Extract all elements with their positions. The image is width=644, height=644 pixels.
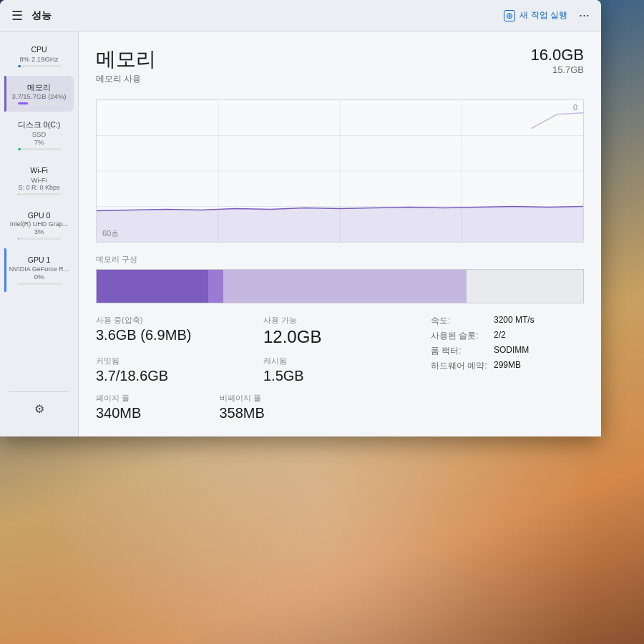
sidebar-item-wifi[interactable]: Wi-Fi Wi-Fi S: 0 R: 0 Kbps (4, 159, 74, 203)
graph-max-label: 0 (573, 103, 577, 112)
sidebar-item-cpu[interactable]: CPU 8% 2.19GHz (4, 38, 74, 74)
more-options-button[interactable]: ··· (579, 8, 590, 23)
mem-composition-section: 메모리 구성 (96, 254, 584, 303)
perf-subtitle: 메모리 사용 (96, 73, 156, 85)
stats-form-row: 폼 팩터: SODIMM (431, 345, 584, 357)
sidebar-wifi-speed: S: 0 R: 0 Kbps (18, 184, 59, 191)
sidebar-cpu-bar (18, 65, 61, 67)
sidebar-gpu1-label: GPU 1 (28, 255, 51, 265)
graph-time-label: 60초 (102, 228, 119, 239)
sidebar-item-gpu1[interactable]: GPU 1 NVIDIA GeForce R... 0% (4, 248, 74, 292)
stat-nonpaged-label: 비페이지 풀 (220, 393, 338, 404)
stat-cached-label: 캐시됨 (263, 356, 416, 366)
sidebar-item-gpu0[interactable]: GPU 0 Intel(R) UHD Grap... 3% (4, 204, 74, 248)
stats-speed-row: 속도: 3200 MT/s (431, 315, 584, 327)
sidebar-item-disk[interactable]: 디스크 0(C:) SSD 7% (4, 113, 74, 157)
stat-available-value: 12.0GB (263, 327, 416, 347)
memory-graph-svg (97, 100, 583, 242)
stats-hwreserve-row: 하드웨어 예약: 299MB (431, 360, 584, 372)
stat-paged-pool: 페이지 풀 340MB (96, 393, 214, 421)
sidebar-wifi-bar (18, 193, 61, 195)
new-task-icon: ⊕ (504, 10, 515, 21)
stat-committed: 커밋됨 3.7/18.6GB (96, 356, 249, 384)
new-task-button[interactable]: ⊕ 새 작업 실행 (504, 9, 567, 21)
sidebar-disk-sublabel: SSD (32, 130, 47, 138)
sidebar-disk-pct: 7% (34, 138, 44, 146)
titlebar: ☰ 성능 ⊕ 새 작업 실행 ··· (0, 0, 601, 31)
perf-total-mem-block: 16.0GB 15.7GB (530, 46, 584, 75)
sidebar-memory-label: 메모리 (27, 83, 51, 93)
sidebar-bottom: ⚙ (0, 383, 78, 431)
perf-total-sub: 15.7GB (530, 64, 584, 75)
stats-slots-val: 2/2 (494, 330, 506, 342)
stats-right: 속도: 3200 MT/s 사용된 슬롯: 2/2 폼 팩터: SODIMM 하… (431, 315, 584, 384)
memory-graph: 60초 0 (96, 99, 584, 243)
sidebar-memory-sublabel: 3.7/15.7GB (24%) (11, 92, 66, 100)
stat-in-use-label: 사용 중(압축) (96, 315, 249, 326)
sidebar-cpu-bar-fill (18, 65, 21, 67)
stats-grid: 사용 중(압축) 3.6GB (6.9MB) 사용 가능 12.0GB 속도: … (96, 315, 584, 384)
perf-panel: 메모리 메모리 사용 16.0GB 15.7GB (79, 31, 601, 436)
mem-seg-free (467, 270, 583, 303)
stat-paged-value: 340MB (96, 405, 214, 421)
taskmanager-window: ☰ 성능 ⊕ 새 작업 실행 ··· CPU 8% 2.19GHz (0, 0, 601, 436)
mem-seg-standby (223, 270, 467, 303)
sidebar-gpu0-bar-fill (18, 238, 19, 240)
perf-title-block: 메모리 메모리 사용 (96, 46, 156, 97)
mem-seg-modified (208, 270, 223, 303)
perf-header: 메모리 메모리 사용 16.0GB 15.7GB (96, 46, 584, 97)
stats-slots-key: 사용된 슬롯: (431, 330, 488, 342)
stats-speed-val: 3200 MT/s (494, 315, 535, 327)
sidebar-wifi-type: Wi-Fi (31, 176, 47, 184)
sidebar-item-memory[interactable]: 메모리 3.7/15.7GB (24%) (4, 76, 74, 112)
stat-cached-value: 1.5GB (263, 368, 416, 384)
mem-seg-used (97, 270, 208, 303)
mem-composition-bar (96, 269, 584, 303)
stats-hwreserve-val: 299MB (494, 360, 521, 372)
stat-cached: 캐시됨 1.5GB (263, 356, 416, 384)
stat-available: 사용 가능 12.0GB (263, 315, 416, 347)
stat-in-use: 사용 중(압축) 3.6GB (6.9MB) (96, 315, 249, 347)
sidebar-divider (9, 391, 69, 392)
stat-paged-label: 페이지 풀 (96, 393, 214, 404)
settings-icon: ⚙ (34, 402, 44, 416)
stats-bottom: 페이지 풀 340MB 비페이지 풀 358MB (96, 393, 584, 421)
sidebar-wifi-bar-fill (18, 193, 19, 195)
menu-icon[interactable]: ☰ (11, 8, 23, 24)
sidebar-memory-bar-fill (18, 102, 28, 104)
sidebar-gpu1-active-bar (4, 248, 6, 292)
perf-title: 메모리 (96, 46, 156, 73)
stat-available-label: 사용 가능 (263, 315, 416, 326)
titlebar-actions: ⊕ 새 작업 실행 ··· (504, 8, 590, 23)
stat-committed-value: 3.7/18.6GB (96, 368, 249, 384)
sidebar-wifi-label: Wi-Fi (30, 166, 48, 176)
sidebar-cpu-label: CPU (31, 45, 47, 55)
sidebar-disk-bar-fill (18, 148, 21, 150)
sidebar-memory-active-bar (4, 76, 6, 112)
stats-slots-row: 사용된 슬롯: 2/2 (431, 330, 584, 342)
stats-speed-key: 속도: (431, 315, 488, 327)
stat-nonpaged-value: 358MB (220, 405, 338, 421)
sidebar-disk-bar (18, 148, 61, 150)
sidebar-gpu0-pct: 3% (34, 228, 44, 235)
stat-nonpaged-pool: 비페이지 풀 358MB (220, 393, 338, 421)
sidebar-gpu0-name: Intel(R) UHD Grap... (10, 220, 69, 228)
sidebar-gpu1-bar (18, 283, 61, 285)
sidebar-disk-label: 디스크 0(C:) (18, 120, 60, 130)
sidebar-gpu1-name: NVIDIA GeForce R... (9, 265, 69, 273)
sidebar-settings-button[interactable]: ⚙ (4, 395, 74, 424)
stats-form-key: 폼 팩터: (431, 345, 488, 357)
window-title: 성능 (31, 9, 504, 22)
stat-in-use-value: 3.6GB (6.9MB) (96, 327, 249, 343)
sidebar-gpu0-bar (18, 238, 61, 240)
stat-committed-label: 커밋됨 (96, 356, 249, 366)
sidebar-gpu1-pct: 0% (34, 273, 44, 280)
sidebar-memory-bar (18, 102, 61, 104)
stats-form-val: SODIMM (494, 345, 529, 357)
mem-composition-label: 메모리 구성 (96, 254, 584, 265)
perf-total-value: 16.0GB (530, 46, 584, 64)
main-content: CPU 8% 2.19GHz 메모리 3.7/15.7GB (24%) 디스크 … (0, 31, 601, 436)
stats-hwreserve-key: 하드웨어 예약: (431, 360, 488, 372)
sidebar: CPU 8% 2.19GHz 메모리 3.7/15.7GB (24%) 디스크 … (0, 31, 79, 436)
sidebar-cpu-sublabel: 8% 2.19GHz (20, 55, 59, 63)
